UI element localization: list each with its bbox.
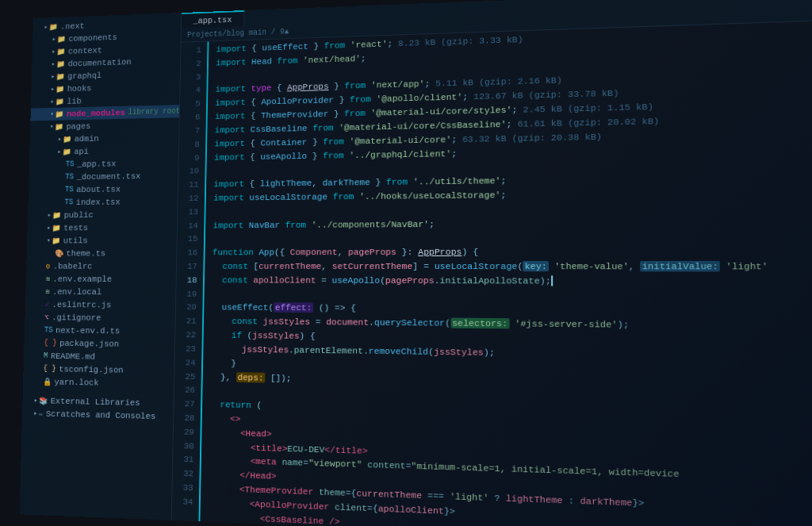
sidebar-item-tests[interactable]: 📁 tests xyxy=(27,221,177,234)
chevron-icon xyxy=(57,148,61,155)
sidebar-item-label: .gitignore xyxy=(52,313,101,323)
folder-icon: 📁 xyxy=(57,47,66,56)
sidebar-item-label: .env.example xyxy=(52,274,112,284)
folder-icon: 📁 xyxy=(49,22,58,31)
folder-icon: 📁 xyxy=(52,223,61,232)
folder-icon: 📁 xyxy=(56,97,64,106)
sidebar-item-label: graphql xyxy=(67,71,102,81)
ts-icon: TS xyxy=(44,326,53,335)
code-line xyxy=(213,229,812,246)
line-number: 26 xyxy=(174,383,195,397)
sidebar-item-scratches[interactable]: ✏ Scratches and Consoles xyxy=(22,406,174,423)
chevron-icon xyxy=(50,123,54,131)
json-icon: { } xyxy=(43,364,56,373)
line-number: 24 xyxy=(174,355,195,370)
chevron-icon xyxy=(47,236,51,244)
chevron-icon xyxy=(52,48,56,56)
sidebar-item-label: pages xyxy=(66,121,90,132)
sidebar-item-label: theme.ts xyxy=(66,248,105,258)
sidebar-item-label: package.json xyxy=(59,338,119,348)
line-number: 11 xyxy=(178,178,199,191)
line-number: 27 xyxy=(174,397,194,411)
line-number: 29 xyxy=(174,424,195,439)
line-number: 5 xyxy=(180,97,201,111)
folder-icon: 📁 xyxy=(56,109,64,118)
line-number: 2 xyxy=(181,56,201,71)
ts-icon: 🎨 xyxy=(55,249,63,258)
eslint-icon: ✓ xyxy=(45,300,50,309)
sidebar-item-babelrc[interactable]: ⚙ .babelrc xyxy=(26,259,176,272)
sidebar-item-label: tsconfig.json xyxy=(59,364,124,375)
sidebar-item-label: .eslintrc.js xyxy=(52,300,112,310)
sidebar-item-index-tsx[interactable]: TS index.tsx xyxy=(28,194,178,209)
sidebar-item-public[interactable]: 📁 public xyxy=(28,208,178,222)
line-number: 16 xyxy=(177,246,197,259)
ts-icon: TS xyxy=(66,160,75,168)
chevron-icon xyxy=(50,110,54,118)
folder-icon: 📁 xyxy=(55,122,63,131)
line-number: 28 xyxy=(174,411,195,425)
sidebar-item-label: components xyxy=(68,33,117,44)
sidebar-item-label: index.tsx xyxy=(76,197,121,207)
ext-lib-icon: 📚 xyxy=(39,396,48,405)
ts-icon: TS xyxy=(65,173,74,181)
line-number: 9 xyxy=(179,151,200,164)
sidebar-item-about-tsx[interactable]: TS about.tsx xyxy=(29,182,178,196)
sidebar-item-utils[interactable]: 📁 utils xyxy=(27,233,177,247)
sidebar-item-gitignore[interactable]: ⌥ .gitignore xyxy=(25,311,175,325)
sidebar-item-eslintrc[interactable]: ✓ .eslintrc.js xyxy=(25,298,176,312)
sidebar-item-label: node_modules xyxy=(67,108,125,119)
env-icon: ≋ xyxy=(45,275,50,283)
folder-icon: 📁 xyxy=(56,84,64,93)
folder-icon: 📁 xyxy=(57,34,66,43)
line-number: 23 xyxy=(175,342,196,356)
sidebar-item-label: External Libraries xyxy=(51,396,140,408)
env-icon: ≋ xyxy=(45,287,50,296)
folder-icon: 📁 xyxy=(52,210,61,219)
line-number: 15 xyxy=(177,232,197,246)
chevron-icon xyxy=(48,211,52,219)
chevron-icon xyxy=(51,98,55,106)
code-line: const [currentTheme, setCurrentTheme] = … xyxy=(212,259,812,275)
line-number: 14 xyxy=(178,219,198,232)
scratches-icon: ✏ xyxy=(39,409,44,418)
line-number: 4 xyxy=(180,83,201,98)
breadcrumb-text: Projects/blog main / 9▲ xyxy=(187,27,289,39)
sidebar-item-label: utils xyxy=(63,236,88,245)
line-number: 12 xyxy=(178,191,199,205)
chevron-icon xyxy=(58,135,62,143)
sidebar-item-label: hooks xyxy=(67,83,92,94)
sidebar-item-label: .babelrc xyxy=(53,261,93,271)
babel-icon: ⚙ xyxy=(46,262,51,271)
folder-icon: 📁 xyxy=(52,236,60,244)
line-number: 7 xyxy=(179,124,200,137)
line-number: 31 xyxy=(173,452,194,466)
sidebar-item-label: .env.local xyxy=(52,286,102,297)
line-number: 22 xyxy=(175,328,196,342)
sidebar-item-env-local[interactable]: ≋ .env.local xyxy=(25,285,175,298)
file-tab[interactable]: _app.tsx xyxy=(182,10,244,29)
sidebar-item-theme-ts[interactable]: 🎨 theme.ts xyxy=(27,247,177,259)
chevron-icon xyxy=(34,396,38,405)
ide-window: _app.tsx Projects/blog main / 9▲ 📁 .next… xyxy=(20,0,812,526)
sidebar-item-env-example[interactable]: ≋ .env.example xyxy=(26,272,176,286)
git-icon: ⌥ xyxy=(44,313,49,321)
line-number: 25 xyxy=(174,369,195,383)
line-number: 1 xyxy=(181,44,201,58)
line-number: 6 xyxy=(180,110,201,125)
line-number: 10 xyxy=(178,164,199,178)
line-number: 34 xyxy=(172,494,193,509)
chevron-icon xyxy=(47,224,51,232)
code-editor[interactable]: import { useEffect } from 'react'; 8.23 … xyxy=(200,21,812,526)
chevron-icon xyxy=(52,60,56,68)
sidebar-item-label: .next xyxy=(60,21,85,31)
sidebar-item-label: tests xyxy=(63,223,88,232)
sidebar-item-label: admin xyxy=(75,133,99,144)
sidebar-item-label: _app.tsx xyxy=(77,159,117,169)
sidebar-item-label: api xyxy=(74,146,89,156)
sidebar-item-label: context xyxy=(68,45,102,56)
sidebar-item-label: about.tsx xyxy=(76,184,121,194)
folder-icon: 📁 xyxy=(63,147,71,155)
chevron-icon xyxy=(52,35,56,43)
line-number: 19 xyxy=(176,287,197,301)
